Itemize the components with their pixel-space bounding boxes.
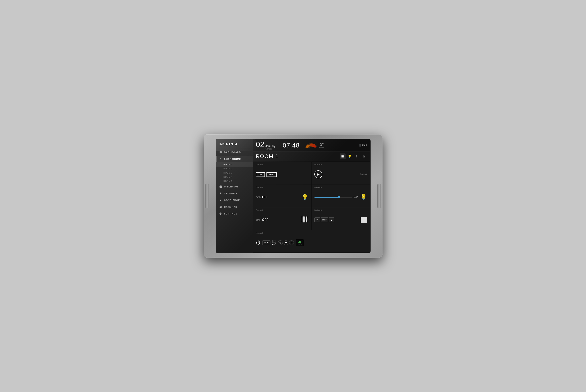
dashboard-icon: ⊞ <box>219 151 223 154</box>
heating-state[interactable]: ON - OFF <box>256 218 268 222</box>
blind-line-2 <box>361 218 367 219</box>
security-label: SECURITY <box>224 192 238 194</box>
blind-down-button[interactable]: ▼ <box>314 218 320 222</box>
light1-card: Default ON - OFF 💡 <box>253 184 311 207</box>
blind-up-button[interactable]: ▲ <box>329 218 334 222</box>
svg-rect-9 <box>301 217 308 217</box>
smarthome-icon: ⌂ <box>219 158 223 160</box>
slider-row: %66 <box>314 196 358 198</box>
sidebar-item-cameras[interactable]: ◉ CAMERAS <box>216 204 253 210</box>
right-grip <box>377 184 381 208</box>
brand-logo: INSPINIA <box>219 142 238 146</box>
blind-line-3 <box>361 219 367 220</box>
fan-mode-2[interactable]: ✿ <box>284 240 288 245</box>
blind-label: Default <box>314 209 367 212</box>
date-section: 02 January Sunday <box>256 141 275 150</box>
cameras-icon: ◉ <box>219 205 223 208</box>
tab-light[interactable]: 💡 <box>347 154 353 160</box>
sidebar-item-intercom[interactable]: ☎ INTERCOM <box>216 183 253 190</box>
weather-widget: 2° Windy <box>304 142 324 149</box>
intercom-label: INTERCOM <box>224 186 238 188</box>
settings-label: SETTINGS <box>224 212 237 215</box>
fan-mode-1[interactable]: ◎ <box>278 240 283 245</box>
light1-state[interactable]: ON - OFF <box>256 196 268 199</box>
leaves-container <box>304 142 318 149</box>
slider-thumb <box>338 196 340 198</box>
media-card: Default ▶ Default <box>312 162 370 184</box>
sidebar-item-room4[interactable]: ROOM 4 <box>216 175 253 179</box>
heating-on-text: ON - <box>256 218 262 222</box>
tab-grid[interactable]: ⊞ <box>340 154 346 160</box>
heating-off-text: OFF <box>262 218 268 222</box>
concierge-icon: ▲ <box>219 198 223 202</box>
media-sub-label: Default <box>360 173 367 176</box>
dimmer-bulb-icon: 💡 <box>360 194 367 200</box>
fan-icons: ◎ ✿ ✿ <box>278 240 294 245</box>
sidebar-item-room5[interactable]: ROOM 5 <box>216 179 253 183</box>
hvac-controls: ⏻ ❄ ☀ + 0°C ◎ <box>256 239 304 246</box>
sidebar-item-smarthome[interactable]: ⌂ SMARTHOME <box>216 156 253 162</box>
temp-section: 2° Windy <box>319 142 324 148</box>
temp-plus-button[interactable]: + <box>272 240 276 243</box>
radiator-icon <box>301 216 308 224</box>
room-title-bar: ROOM 1 ⊞ 💡 🌡 ✿ <box>253 152 370 161</box>
tab-fan[interactable]: ✿ <box>361 154 367 160</box>
weather-desc: Windy <box>319 146 324 148</box>
media-content: ▶ Default <box>314 166 367 182</box>
blind-icon <box>361 217 367 223</box>
date-month: January <box>265 144 275 148</box>
date-day: 02 <box>256 141 264 148</box>
light1-on-text: ON - <box>256 196 262 199</box>
heating-content: ON - OFF <box>256 212 309 228</box>
security-icon: ✦ <box>219 192 223 195</box>
sidebar-item-settings[interactable]: ⚙ SETTINGS <box>216 210 253 217</box>
light1-label: Default <box>256 186 309 189</box>
heating-label: Default <box>256 209 309 212</box>
light1-off-text: OFF <box>262 196 268 199</box>
scene-on-button[interactable]: ON <box>256 172 265 177</box>
sidebar-item-room2[interactable]: ROOM 2 <box>216 166 253 171</box>
thermo-temp: 25 <box>298 240 301 243</box>
slider-track[interactable] <box>314 197 352 198</box>
logo-area: INSPINIA <box>216 139 253 149</box>
header-bar: 02 January Sunday 07:48 <box>253 139 370 152</box>
blind-line-1 <box>361 217 367 218</box>
temp-control: + 0°C <box>272 240 276 246</box>
svg-rect-11 <box>307 218 308 218</box>
temp-value: 2° <box>320 142 324 146</box>
svg-rect-10 <box>301 222 308 222</box>
screen: INSPINIA ⊞ DASHBOARD ⌂ SMARTHOME ROOM 1 … <box>216 139 371 253</box>
thermostat-display: 25 0.0 °C <box>296 239 304 246</box>
play-button[interactable]: ▶ <box>314 170 322 178</box>
power-icon[interactable]: ⏻ <box>256 240 260 245</box>
blind-line-5 <box>361 221 367 222</box>
sidebar-item-security[interactable]: ✦ SECURITY <box>216 190 253 197</box>
light2-label: Default <box>314 186 367 189</box>
map-icon: 🚦 <box>359 144 361 147</box>
temp-value-display: 0°C <box>272 243 276 246</box>
cameras-label: CAMERAS <box>224 206 237 208</box>
blind-line-4 <box>361 220 367 221</box>
snowflake-toggle[interactable]: ❄ ☀ <box>262 240 270 245</box>
blind-stop-button[interactable]: STOP <box>321 218 328 222</box>
hvac-label: Default <box>256 232 264 234</box>
blind-card: Default ▼ STOP ▲ <box>312 207 370 230</box>
sun-icon: ☀ <box>267 241 269 244</box>
scene-off-button[interactable]: OFF <box>266 172 277 177</box>
sidebar-item-dashboard[interactable]: ⊞ DASHBOARD <box>216 149 253 156</box>
snowflake-icon: ❄ <box>264 241 266 244</box>
map-button[interactable]: 🚦 MAP <box>359 144 367 147</box>
light2-content: %66 💡 <box>314 190 367 205</box>
svg-rect-6 <box>303 216 304 222</box>
light2-card: Default %66 💡 <box>312 184 370 207</box>
media-label: Default <box>314 164 367 166</box>
fan-mode-3[interactable]: ✿ <box>289 240 294 245</box>
light1-content: ON - OFF 💡 <box>256 190 309 205</box>
sidebar-item-room3[interactable]: ROOM 3 <box>216 171 253 175</box>
hvac-card: Default ⏻ ❄ ☀ + 0°C <box>253 230 370 252</box>
sidebar-item-concierge[interactable]: ▲ CONCIERGE <box>216 197 253 204</box>
intercom-icon: ☎ <box>219 185 223 188</box>
svg-rect-7 <box>304 216 305 222</box>
tab-temp[interactable]: 🌡 <box>354 154 360 160</box>
sidebar-item-room1[interactable]: ROOM 1 <box>216 162 253 166</box>
